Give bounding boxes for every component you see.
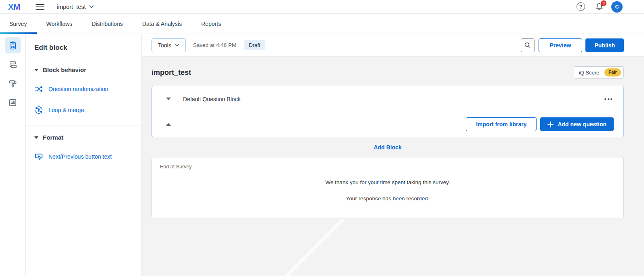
end-of-survey-label: End of Survey [160, 164, 615, 170]
block-header: Default Question Block [152, 86, 623, 112]
user-avatar[interactable]: C [611, 1, 623, 13]
rail-item-survey-options[interactable] [5, 94, 21, 110]
xm-logo: XM [8, 2, 20, 11]
saved-status: Saved at 4:46 PM [193, 42, 236, 48]
caret-up-icon [166, 123, 171, 126]
tab-data-analysis[interactable]: Data & Analysis [133, 14, 192, 34]
main-area: Tools Saved at 4:46 PM Draft Preview Pub… [142, 34, 644, 276]
block-collapse-button[interactable] [164, 96, 173, 102]
edit-block-sidebar: Edit block Block behavior Question rando… [26, 34, 142, 276]
search-icon [524, 42, 531, 49]
survey-name: import_test [57, 4, 86, 10]
block-expand-button[interactable] [164, 121, 173, 127]
question-mark-icon: ? [579, 4, 583, 10]
sidebar-title: Edit block [26, 44, 141, 52]
rail-item-look-and-feel[interactable] [5, 75, 21, 91]
plus-icon [547, 121, 554, 127]
section-block-behavior[interactable]: Block behavior [26, 66, 141, 73]
end-of-survey-message-2: Your response has been recorded. [160, 195, 615, 202]
menu-icon [36, 4, 44, 5]
rail-item-survey-flow[interactable] [5, 56, 21, 72]
question-randomization-link[interactable]: Question randomization [26, 85, 141, 93]
tools-button[interactable]: Tools [152, 38, 186, 52]
end-of-survey-message-1: We thank you for your time spent taking … [160, 179, 615, 185]
iq-score-badge: Fair [604, 68, 621, 76]
tab-distributions[interactable]: Distributions [82, 14, 133, 34]
iq-score-box[interactable]: iQ Score: Fair [574, 66, 624, 79]
default-question-block-card: Default Question Block Import from libra… [152, 86, 624, 137]
draft-status-badge: Draft [244, 40, 265, 50]
iq-score-label: iQ Score: [579, 70, 601, 76]
add-block-row: Add Block [152, 144, 624, 151]
top-bar: XM import_test ? 3 C [0, 0, 644, 14]
tab-workflows[interactable]: Workflows [37, 14, 82, 34]
tab-survey[interactable]: Survey [0, 14, 37, 34]
survey-page-title: import_test [152, 66, 191, 79]
tab-reports[interactable]: Reports [192, 14, 231, 34]
sidebar-divider [26, 125, 141, 125]
chevron-down-icon [175, 44, 179, 47]
notification-badge: 3 [601, 0, 606, 6]
left-icon-rail [0, 34, 26, 276]
rail-item-survey-builder[interactable] [5, 37, 21, 53]
collapse-caret-icon [34, 69, 38, 71]
ellipsis-icon [604, 98, 606, 100]
section-format[interactable]: Format [26, 134, 141, 141]
loop-merge-link[interactable]: Loop & merge [26, 106, 141, 115]
next-previous-button-text-link[interactable]: Next/Previous button text [26, 152, 141, 161]
notifications-button[interactable]: 3 [595, 2, 604, 11]
clipboard-list-icon [8, 41, 17, 50]
block-title: Default Question Block [183, 96, 240, 102]
main-nav: Survey Workflows Distributions Data & An… [0, 14, 644, 34]
settings-sliders-icon [8, 98, 17, 107]
hamburger-menu-button[interactable] [36, 4, 44, 10]
survey-canvas: import_test iQ Score: Fair Default Quest… [142, 57, 644, 276]
add-new-question-button[interactable]: Add new question [540, 117, 614, 131]
end-of-survey-card[interactable]: End of Survey We thank you for your time… [152, 157, 624, 219]
publish-button[interactable]: Publish [585, 38, 624, 52]
shuffle-icon [34, 85, 43, 93]
loop-icon [34, 106, 43, 115]
help-button[interactable]: ? [577, 2, 585, 11]
add-block-link[interactable]: Add Block [374, 144, 402, 151]
editor-toolbar: Tools Saved at 4:46 PM Draft Preview Pub… [142, 34, 644, 57]
block-footer: Import from library Add new question [152, 112, 623, 137]
chevron-down-icon [89, 5, 94, 8]
collapse-caret-icon [34, 136, 38, 139]
import-from-library-button[interactable]: Import from library [466, 117, 537, 131]
block-options-button[interactable] [604, 96, 613, 102]
paint-roller-icon [8, 79, 17, 88]
survey-name-dropdown[interactable]: import_test [57, 4, 94, 10]
preview-button[interactable]: Preview [539, 38, 583, 52]
flow-blocks-icon [8, 60, 17, 69]
caret-down-icon [166, 98, 171, 100]
button-click-icon [34, 152, 43, 161]
search-button[interactable] [521, 38, 535, 52]
